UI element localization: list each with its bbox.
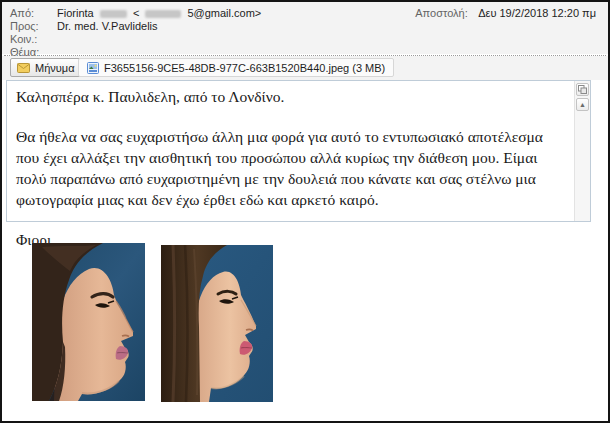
from-label: Από: [10, 7, 54, 20]
email-header: Από: Fiorinta < 5@gmail.com> Αποστολή: Δ… [2, 2, 608, 54]
message-body-pane: Καλησπέρα κ. Παυλιδελη, από το Λονδίνο. … [6, 80, 591, 222]
envelope-icon [17, 63, 30, 73]
email-window: Από: Fiorinta < 5@gmail.com> Αποστολή: Δ… [0, 0, 610, 423]
attachment-filename: F3655156-9CE5-48DB-977C-663B1520B440.jpe… [104, 62, 385, 74]
tab-message[interactable]: Μήνυμα [10, 58, 85, 77]
attachment-item[interactable]: F3655156-9CE5-48DB-977C-663B1520B440.jpe… [78, 58, 394, 77]
from-bracket: < [133, 7, 139, 19]
scroll-up-icon: ▲ [579, 101, 586, 108]
scroll-up-button[interactable]: ▲ [576, 98, 589, 111]
from-name: Fiorinta [57, 7, 94, 19]
to-value: Dr. med. V.Pavlidelis [57, 20, 157, 32]
after-profile-photo [161, 245, 273, 402]
image-attachment-icon [87, 62, 99, 74]
scrollbar[interactable]: ▲ [574, 81, 590, 221]
redacted-text [100, 10, 127, 18]
message-text: Καλησπέρα κ. Παυλιδελη, από το Λονδίνο. … [16, 86, 564, 259]
cc-label: Κοιν.: [10, 33, 54, 46]
to-label: Προς: [10, 20, 54, 33]
to-row: Προς: Dr. med. V.Pavlidelis [10, 20, 158, 33]
browse-pages-icon [578, 85, 587, 94]
redacted-text [145, 10, 181, 18]
sent-label: Αποστολή: [415, 7, 467, 20]
main-paragraph: Θα ήθελα να σας ευχαριστήσω άλλη μια φορ… [16, 126, 564, 210]
tab-message-label: Μήνυμα [35, 62, 75, 74]
sent-value: Δευ 19/2/2018 12:20 πμ [478, 7, 596, 19]
cc-row: Κοιν.: [10, 33, 54, 46]
greeting-paragraph: Καλησπέρα κ. Παυλιδελη, από το Λονδίνο. [16, 86, 564, 107]
from-row: Από: Fiorinta < 5@gmail.com> [10, 7, 261, 20]
attachment-bar: Μήνυμα F3655156-9CE5-48DB-977C-663B1520B… [2, 56, 608, 80]
before-profile-photo [32, 243, 145, 401]
sent-row: Αποστολή: Δευ 19/2/2018 12:20 πμ [415, 7, 596, 20]
from-email: 5@gmail.com> [187, 7, 261, 19]
browse-pages-button[interactable] [576, 83, 589, 96]
